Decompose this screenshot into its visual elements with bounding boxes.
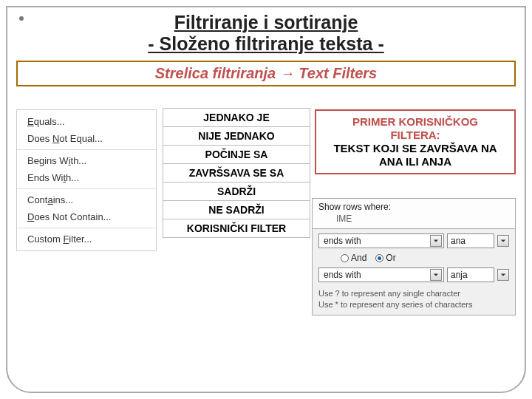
menu-separator xyxy=(17,188,156,189)
operator-2-value: ends with xyxy=(324,270,361,280)
example-line: FILTERA: xyxy=(319,129,511,142)
chevron-down-icon[interactable] xyxy=(430,269,442,281)
subtitle: Strelica filtriranja → Text Filters xyxy=(155,65,377,81)
translation-row: SADRŽI xyxy=(163,183,310,201)
menu-item-does-not-equal[interactable]: Does Not Equal... xyxy=(17,130,156,147)
example-box: PRIMER KORISNIČKOG FILTERA: TEKST KOJI S… xyxy=(315,109,516,174)
translation-row: KORISNIČKI FILTER xyxy=(163,219,310,237)
value-1-input[interactable]: ana xyxy=(447,233,494,248)
translation-row: NIJE JEDNAKO xyxy=(163,127,310,146)
radio-icon xyxy=(341,254,349,262)
menu-item-custom-filter[interactable]: Custom Filter... xyxy=(17,231,156,248)
menu-item-ends-with[interactable]: Ends With... xyxy=(17,169,156,186)
and-or-radio-group: And Or xyxy=(341,253,509,263)
show-rows-label: Show rows where: xyxy=(318,202,509,212)
translation-row: JEDNAKO JE xyxy=(163,109,310,127)
field-name: IME xyxy=(318,212,509,225)
title: Filtriranje i sortiranje - Složeno filtr… xyxy=(7,12,525,55)
filter-row-1: ends with ana xyxy=(318,233,509,248)
hint-text: Use ? to represent any single character … xyxy=(318,287,509,310)
panel-body: ends with ana And Or ends with anja xyxy=(313,229,515,315)
operator-1-select[interactable]: ends with xyxy=(318,233,444,248)
chevron-down-icon[interactable] xyxy=(497,269,509,281)
menu-item-begins-with[interactable]: Begins With... xyxy=(17,152,156,169)
custom-autofilter-panel: Show rows where: IME ends with ana And O… xyxy=(312,198,516,316)
panel-header: Show rows where: IME xyxy=(313,199,515,229)
operator-2-select[interactable]: ends with xyxy=(318,267,444,282)
value-2-input[interactable]: anja xyxy=(447,267,494,282)
translation-row: ZAVRŠSAVA SE SA xyxy=(163,164,310,183)
subtitle-box: Strelica filtriranja → Text Filters xyxy=(16,61,516,86)
title-line2: - Složeno filtriranje teksta - xyxy=(148,33,384,54)
menu-separator xyxy=(17,149,156,150)
menu-item-does-not-contain[interactable]: Does Not Contain... xyxy=(17,208,156,225)
menu-separator xyxy=(17,228,156,228)
example-line: TEKST KOJI SE ZAVRŠAVA NA xyxy=(319,142,511,155)
filter-row-2: ends with anja xyxy=(318,267,509,282)
menu-item-equals[interactable]: Equals... xyxy=(17,113,156,130)
radio-icon xyxy=(375,254,383,262)
example-line: ANA ILI ANJA xyxy=(319,155,511,168)
chevron-down-icon[interactable] xyxy=(430,235,442,247)
and-radio[interactable]: And xyxy=(341,253,366,263)
translation-row: NE SADRŽI xyxy=(163,201,310,219)
chevron-down-icon[interactable] xyxy=(497,235,509,247)
slide-frame: Filtriranje i sortiranje - Složeno filtr… xyxy=(6,6,526,393)
menu-item-contains[interactable]: Contains... xyxy=(17,191,156,208)
text-filters-menu[interactable]: Equals... Does Not Equal... Begins With.… xyxy=(16,109,157,251)
content-area: Equals... Does Not Equal... Begins With.… xyxy=(16,102,516,381)
translation-table: JEDNAKO JE NIJE JEDNAKO POČINJE SA ZAVRŠ… xyxy=(163,108,310,238)
example-line: PRIMER KORISNIČKOG xyxy=(319,115,511,129)
title-line1: Filtriranje i sortiranje xyxy=(174,12,358,33)
translation-row: POČINJE SA xyxy=(163,146,310,164)
operator-1-value: ends with xyxy=(324,236,361,246)
or-radio[interactable]: Or xyxy=(375,253,395,263)
